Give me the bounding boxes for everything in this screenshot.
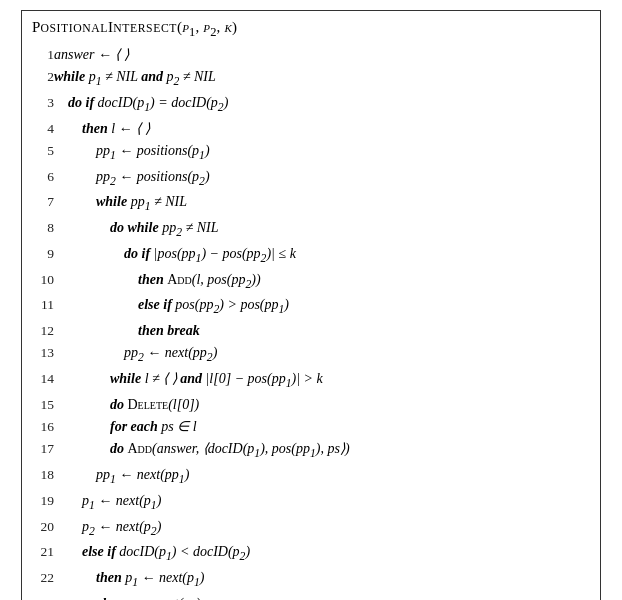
line-content: do Add(answer, ⟨docID(p1), pos(pp1), ps⟩… <box>54 438 590 464</box>
line-number: 19 <box>32 490 54 516</box>
line-content: do while pp2 ≠ NIL <box>54 217 590 243</box>
line-content: p2 ← next(p2) <box>54 516 590 542</box>
line-content: then p1 ← next(p1) <box>54 567 590 593</box>
table-row: 19p1 ← next(p1) <box>32 490 590 516</box>
line-number: 11 <box>32 294 54 320</box>
table-row: 12then break <box>32 320 590 342</box>
table-row: 13pp2 ← next(pp2) <box>32 342 590 368</box>
table-row: 6pp2 ← positions(p2) <box>32 166 590 192</box>
line-content: then Add(l, pos(pp2)) <box>54 269 590 295</box>
line-number: 15 <box>32 394 54 416</box>
table-row: 10then Add(l, pos(pp2)) <box>32 269 590 295</box>
table-row: 14while l ≠ ⟨ ⟩ and |l[0] − pos(pp1)| > … <box>32 368 590 394</box>
table-row: 17do Add(answer, ⟨docID(p1), pos(pp1), p… <box>32 438 590 464</box>
line-content: then l ← ⟨ ⟩ <box>54 118 590 140</box>
table-row: 22then p1 ← next(p1) <box>32 567 590 593</box>
line-content: pp1 ← next(pp1) <box>54 464 590 490</box>
table-row: 21else if docID(p1) < docID(p2) <box>32 541 590 567</box>
table-row: 9do if |pos(pp1) − pos(pp2)| ≤ k <box>32 243 590 269</box>
line-content: else if docID(p1) < docID(p2) <box>54 541 590 567</box>
line-number: 20 <box>32 516 54 542</box>
table-row: 11else if pos(pp2) > pos(pp1) <box>32 294 590 320</box>
table-row: 20p2 ← next(p2) <box>32 516 590 542</box>
line-number: 2 <box>32 66 54 92</box>
line-content: do if |pos(pp1) − pos(pp2)| ≤ k <box>54 243 590 269</box>
line-content: while p1 ≠ NIL and p2 ≠ NIL <box>54 66 590 92</box>
line-number: 18 <box>32 464 54 490</box>
line-content: while pp1 ≠ NIL <box>54 191 590 217</box>
table-row: 15do Delete(l[0]) <box>32 394 590 416</box>
algorithm-box: POSITIONALINTERSECT(p1, p2, k) 1answer ←… <box>21 10 601 600</box>
line-content: p1 ← next(p1) <box>54 490 590 516</box>
line-number: 8 <box>32 217 54 243</box>
table-row: 4then l ← ⟨ ⟩ <box>32 118 590 140</box>
line-number: 1 <box>32 44 54 66</box>
table-row: 8do while pp2 ≠ NIL <box>32 217 590 243</box>
line-number: 14 <box>32 368 54 394</box>
line-number: 12 <box>32 320 54 342</box>
table-row: 16for each ps ∈ l <box>32 416 590 438</box>
table-row: 3do if docID(p1) = docID(p2) <box>32 92 590 118</box>
line-number: 13 <box>32 342 54 368</box>
line-number: 4 <box>32 118 54 140</box>
table-row: 23else p2 ← next(p2) <box>32 593 590 600</box>
line-number: 7 <box>32 191 54 217</box>
line-content: do if docID(p1) = docID(p2) <box>54 92 590 118</box>
line-number: 5 <box>32 140 54 166</box>
algorithm-lines: 1answer ← ⟨ ⟩2while p1 ≠ NIL and p2 ≠ NI… <box>32 44 590 600</box>
line-content: pp2 ← positions(p2) <box>54 166 590 192</box>
line-number: 9 <box>32 243 54 269</box>
line-number: 10 <box>32 269 54 295</box>
line-content: answer ← ⟨ ⟩ <box>54 44 590 66</box>
line-content: else if pos(pp2) > pos(pp1) <box>54 294 590 320</box>
line-number: 3 <box>32 92 54 118</box>
table-row: 18pp1 ← next(pp1) <box>32 464 590 490</box>
table-row: 7while pp1 ≠ NIL <box>32 191 590 217</box>
table-row: 5pp1 ← positions(p1) <box>32 140 590 166</box>
line-content: else p2 ← next(p2) <box>54 593 590 600</box>
line-number: 22 <box>32 567 54 593</box>
line-number: 21 <box>32 541 54 567</box>
line-content: pp2 ← next(pp2) <box>54 342 590 368</box>
algorithm-title: POSITIONALINTERSECT(p1, p2, k) <box>32 19 590 40</box>
line-content: while l ≠ ⟨ ⟩ and |l[0] − pos(pp1)| > k <box>54 368 590 394</box>
line-number: 6 <box>32 166 54 192</box>
line-content: for each ps ∈ l <box>54 416 590 438</box>
line-content: pp1 ← positions(p1) <box>54 140 590 166</box>
line-content: do Delete(l[0]) <box>54 394 590 416</box>
table-row: 1answer ← ⟨ ⟩ <box>32 44 590 66</box>
line-number: 17 <box>32 438 54 464</box>
line-content: then break <box>54 320 590 342</box>
line-number: 16 <box>32 416 54 438</box>
table-row: 2while p1 ≠ NIL and p2 ≠ NIL <box>32 66 590 92</box>
line-number: 23 <box>32 593 54 600</box>
